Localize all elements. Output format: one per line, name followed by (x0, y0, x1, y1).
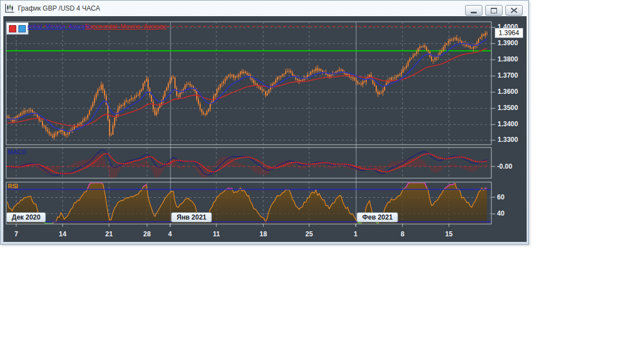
maximize-button[interactable] (485, 5, 503, 16)
maximize-icon (491, 8, 497, 13)
minimize-icon (471, 12, 477, 13)
minimize-button[interactable] (465, 5, 482, 16)
chart-client-area: 1.40001.39001.38001.37001.36001.35001.34… (3, 16, 527, 242)
close-button[interactable] (505, 5, 523, 16)
indicator-button-blue[interactable] (18, 25, 26, 32)
title-bar[interactable]: График GBP /USD 4 ЧАСА (1, 1, 528, 16)
indicator-button-red[interactable] (9, 25, 16, 32)
chart-window: График GBP /USD 4 ЧАСА 1.40001.39001.380… (0, 0, 529, 245)
window-title: График GBP /USD 4 ЧАСА (18, 4, 100, 12)
window-controls (465, 5, 523, 16)
close-icon (511, 8, 517, 13)
chart-canvas[interactable] (3, 16, 527, 242)
candlestick-chart-icon (4, 3, 15, 13)
indicator-legend-buttons[interactable] (6, 22, 29, 35)
